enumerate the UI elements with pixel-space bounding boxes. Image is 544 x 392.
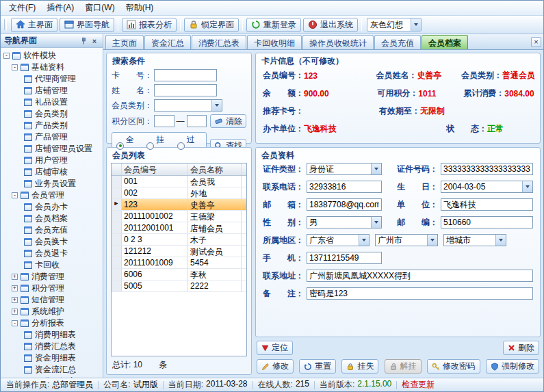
member-name-input[interactable]: [154, 84, 217, 96]
tree-item[interactable]: -软件模块: [1, 50, 103, 62]
reset-button[interactable]: 重置: [299, 359, 336, 374]
collapse-icon[interactable]: -: [12, 192, 18, 198]
city-select[interactable]: 广州市: [375, 234, 438, 246]
theme-select[interactable]: 灰色幻想: [367, 18, 422, 31]
id-type-select[interactable]: 身份证: [307, 163, 382, 175]
tab[interactable]: 卡回收明细: [247, 35, 302, 49]
tree-item[interactable]: 用户管理: [1, 155, 103, 166]
address-input[interactable]: [307, 270, 533, 282]
member-row[interactable]: 50052222: [112, 280, 246, 292]
tree-item[interactable]: -会员管理: [1, 190, 103, 201]
province-select[interactable]: 广东省: [307, 234, 370, 246]
tab[interactable]: 会员充值: [374, 35, 421, 49]
tree-item[interactable]: 消费明细表: [1, 329, 103, 341]
phone-input[interactable]: [307, 181, 382, 193]
pin-icon[interactable]: [79, 36, 88, 46]
tree-item[interactable]: -基础资料: [1, 62, 103, 73]
id-no-input[interactable]: [441, 163, 533, 175]
main-screen-button[interactable]: 主界面: [11, 18, 57, 32]
tree-item[interactable]: 会员类别: [1, 108, 103, 120]
relogin-button[interactable]: 重新登录: [246, 18, 301, 32]
card-no-input[interactable]: [154, 69, 217, 81]
member-row[interactable]: 121212测试会员: [112, 246, 246, 257]
tree-item[interactable]: 消费汇总表: [1, 341, 103, 352]
member-row[interactable]: 0 2 3木子: [112, 234, 246, 246]
zip-input[interactable]: [441, 216, 533, 228]
member-row[interactable]: 002外地: [112, 187, 246, 199]
tree-item[interactable]: 礼品设置: [1, 96, 103, 108]
change-password-button[interactable]: 修改密码: [427, 359, 480, 374]
mobile-input[interactable]: [307, 252, 382, 264]
expand-icon[interactable]: +: [12, 274, 18, 280]
tree-item[interactable]: 产品类别: [1, 120, 103, 131]
tree-item[interactable]: +消费管理: [1, 271, 103, 283]
gender-select[interactable]: 男: [307, 216, 382, 228]
tree-item[interactable]: 代理商管理: [1, 73, 103, 85]
tree-item[interactable]: +系统维护: [1, 306, 103, 317]
menu-help[interactable]: 帮助(H): [120, 1, 159, 15]
tab[interactable]: 消费汇总表: [192, 35, 246, 49]
delete-button[interactable]: 删除: [503, 341, 539, 355]
close-tab-button[interactable]: ×: [531, 37, 541, 47]
modify-button[interactable]: 修改: [257, 359, 294, 374]
report-analysis-button[interactable]: 报表分析: [122, 18, 177, 32]
tree-item[interactable]: 店铺审核: [1, 166, 103, 178]
row-marker: [112, 257, 122, 268]
release-loss-button[interactable]: 解挂: [385, 359, 422, 374]
locate-button[interactable]: 定位: [257, 341, 293, 355]
member-type-select[interactable]: [154, 99, 222, 112]
tree-item[interactable]: -分析报表: [1, 317, 103, 329]
column-header-name[interactable]: 会员名称: [188, 164, 242, 175]
force-modify-button[interactable]: 强制修改: [486, 359, 539, 374]
tree-item[interactable]: +短信管理: [1, 294, 103, 306]
interface-nav-button[interactable]: 界面导航: [60, 18, 114, 32]
birthday-select[interactable]: 2004-03-05: [441, 181, 533, 193]
tree-item[interactable]: 卡回收: [1, 259, 103, 271]
tree-item[interactable]: 会员充值: [1, 224, 103, 236]
tree-item[interactable]: 店铺管理员设置: [1, 143, 103, 155]
tree-item[interactable]: 会员换卡: [1, 236, 103, 248]
tab[interactable]: 操作员收银统计: [302, 35, 374, 49]
tree-item[interactable]: +积分管理: [1, 283, 103, 294]
tree-item[interactable]: 业务员设置: [1, 178, 103, 190]
tab[interactable]: 资金汇总: [144, 35, 191, 49]
member-row[interactable]: 20112001001店铺会员: [112, 222, 246, 234]
member-row[interactable]: 001会员我: [112, 176, 246, 187]
collapse-icon[interactable]: -: [3, 53, 10, 59]
member-row[interactable]: 201110010095454: [112, 257, 246, 269]
member-row[interactable]: 20111001002王德梁: [112, 211, 246, 222]
menu-window[interactable]: 窗口(W): [79, 1, 120, 15]
remark-input[interactable]: [307, 287, 533, 300]
tree-item[interactable]: 产品管理: [1, 131, 103, 143]
tree-item[interactable]: 资金明细表: [1, 352, 103, 364]
tab-active[interactable]: 会员档案: [422, 35, 468, 49]
tree-item[interactable]: 会员档案: [1, 213, 103, 224]
company-input[interactable]: [441, 198, 533, 211]
tab[interactable]: 主页面: [105, 35, 144, 49]
points-min-input[interactable]: [154, 115, 174, 127]
collapse-icon[interactable]: -: [12, 64, 18, 70]
column-header-id[interactable]: 会员编号: [122, 164, 188, 175]
expand-icon[interactable]: +: [12, 297, 18, 303]
expand-icon[interactable]: +: [12, 285, 18, 291]
exit-system-button[interactable]: 退出系统: [303, 18, 358, 32]
collapse-icon[interactable]: -: [12, 320, 18, 326]
menu-plugins[interactable]: 插件(A): [41, 1, 79, 15]
member-row[interactable]: 6006李秋: [112, 269, 246, 280]
tree-item[interactable]: 会员办卡: [1, 201, 103, 213]
tree-item[interactable]: 会员退卡: [1, 248, 103, 259]
menu-file[interactable]: 文件(F): [3, 1, 41, 15]
expand-icon[interactable]: +: [12, 309, 18, 315]
district-select[interactable]: 增城市: [443, 234, 506, 246]
member-row[interactable]: ►123史善亭: [112, 199, 246, 211]
lock-screen-button[interactable]: 锁定界面: [184, 18, 239, 32]
toolbar-grip[interactable]: [4, 19, 7, 30]
email-input[interactable]: [307, 198, 382, 211]
tree-item[interactable]: 资金流汇总: [1, 364, 103, 376]
tree-item[interactable]: 店铺管理: [1, 85, 103, 96]
points-max-input[interactable]: [187, 115, 207, 127]
check-update-link[interactable]: 检查更新: [402, 379, 435, 391]
close-icon[interactable]: ×: [90, 36, 99, 46]
report-loss-button[interactable]: 挂失: [341, 359, 378, 374]
clear-button[interactable]: 清除: [210, 114, 246, 128]
